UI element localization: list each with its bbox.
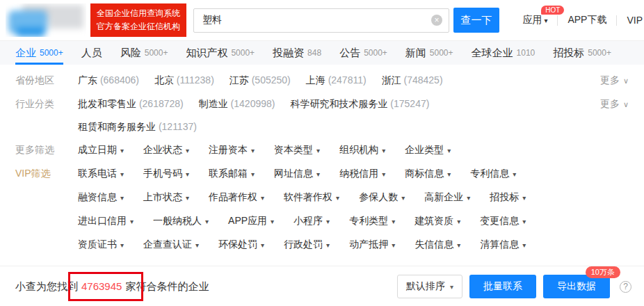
filter-dropdown[interactable]: 注册资本▾	[209, 138, 255, 162]
filter-dropdown[interactable]: 参保人数▾	[359, 186, 405, 209]
help-icon[interactable]: ?	[620, 281, 631, 293]
filter-dropdown[interactable]: 作品著作权▾	[209, 186, 264, 209]
site-logo[interactable]	[6, 3, 86, 37]
results-summary: 小查为您找到4763945家符合条件的企业	[15, 280, 209, 293]
vip-options-row3: 进出口信用▾一般纳税人▾APP应用▾小程序▾专利类型▾建筑资质▾变更信息▾	[78, 209, 629, 233]
caret-down-icon: ▾	[467, 194, 470, 202]
apps-menu[interactable]: 应用▾ HOT	[522, 14, 547, 26]
certification-badge: 全国企业信用查询系统 官方备案企业征信机构	[90, 3, 186, 36]
caret-down-icon: ▾	[392, 241, 395, 249]
filter-dropdown[interactable]: 手机号码▾	[143, 162, 189, 186]
caret-down-icon: ▾	[326, 218, 330, 225]
filter-dropdown[interactable]: 进出口信用▾	[78, 209, 134, 233]
search-button[interactable]: 查一下	[453, 8, 499, 33]
clear-search-icon[interactable]: ×	[431, 15, 442, 26]
tab-新闻[interactable]: 新闻5000+	[405, 41, 453, 65]
filter-dropdown[interactable]: 失信信息▾	[414, 233, 460, 257]
filter-option[interactable]: 浙江 (748425)	[382, 69, 443, 92]
caret-down-icon: ▾	[457, 218, 460, 225]
chevron-down-icon: ▾	[544, 17, 547, 24]
filter-dropdown[interactable]: 软件著作权▾	[284, 186, 339, 209]
tab-公告[interactable]: 公告5000+	[339, 41, 387, 65]
header-links: 应用▾ HOT APP下载 VIP	[522, 14, 644, 26]
industry-more-button[interactable]: 更多∨	[600, 92, 629, 116]
filter-row-vip-4: 资质证书▾企查查认证▾环保处罚▾行政处罚▾动产抵押▾失信信息▾清算信息▾	[15, 233, 629, 257]
filter-dropdown[interactable]: 企业类型▾	[405, 138, 451, 162]
filter-dropdown[interactable]: 成立日期▾	[78, 138, 124, 162]
tab-企业[interactable]: 企业5000+	[15, 41, 63, 65]
filter-dropdown[interactable]: 融资信息▾	[78, 186, 124, 209]
filter-dropdown[interactable]: APP应用▾	[228, 209, 274, 233]
caret-down-icon: ▾	[186, 194, 189, 202]
filter-dropdown[interactable]: 清算信息▾	[480, 233, 526, 257]
filter-option[interactable]: 制造业 (1420998)	[199, 92, 275, 115]
filter-dropdown[interactable]: 资本类型▾	[274, 138, 320, 162]
filter-option[interactable]: 江苏 (505250)	[230, 69, 291, 92]
filter-dropdown[interactable]: 上市状态▾	[143, 186, 189, 209]
chevron-down-icon: ∨	[623, 76, 629, 85]
caret-down-icon: ▾	[251, 170, 255, 178]
search-input[interactable]	[193, 8, 449, 33]
caret-down-icon: ▾	[120, 194, 124, 202]
tab-知识产权[interactable]: 知识产权5000+	[186, 41, 255, 65]
filter-dropdown[interactable]: 资质证书▾	[78, 233, 124, 257]
divider	[557, 15, 558, 26]
caret-down-icon: ▾	[261, 241, 264, 249]
vip-options-row2: 融资信息▾上市状态▾作品著作权▾软件著作权▾参保人数▾高新企业▾招投标▾	[78, 186, 629, 209]
caret-down-icon: ▾	[522, 218, 526, 225]
caret-down-icon: ▾	[336, 194, 339, 202]
filter-dropdown[interactable]: 纳税信用▾	[339, 162, 385, 186]
sort-dropdown[interactable]: 默认排序▾	[397, 275, 462, 298]
certification-badge-line2: 官方备案企业征信机构	[97, 20, 180, 33]
filter-option[interactable]: 广东 (668406)	[78, 69, 139, 92]
search-bar: × 查一下	[193, 8, 499, 33]
batch-contact-button[interactable]: 批量联系	[469, 275, 536, 298]
caret-down-icon: ▾	[522, 241, 526, 249]
filter-dropdown[interactable]: 联系邮箱▾	[209, 162, 255, 186]
filter-panel: 省份地区 广东 (668406)北京 (111238)江苏 (505250)上海…	[0, 65, 644, 259]
filter-dropdown[interactable]: 专利类型▾	[349, 209, 395, 233]
industry-options: 批发和零售业 (2618728)制造业 (1420998)科学研究和技术服务业 …	[78, 92, 600, 115]
filter-option[interactable]: 上海 (247811)	[306, 69, 367, 92]
tab-招投标[interactable]: 招投标5000+	[553, 41, 611, 65]
export-data-button[interactable]: 导出数据	[543, 275, 610, 298]
divider	[616, 15, 617, 26]
filter-dropdown[interactable]: 建筑资质▾	[414, 209, 460, 233]
app-download-link[interactable]: APP下载	[567, 14, 606, 26]
filter-dropdown[interactable]: 环保处罚▾	[218, 233, 264, 257]
filter-option[interactable]: 批发和零售业 (2618728)	[78, 92, 184, 115]
results-prefix: 小查为您找到	[15, 280, 78, 292]
filter-dropdown[interactable]: 行政处罚▾	[284, 233, 330, 257]
caret-down-icon: ▾	[522, 194, 526, 202]
filter-dropdown[interactable]: 动产抵押▾	[349, 233, 395, 257]
filter-dropdown[interactable]: 一般纳税人▾	[153, 209, 209, 233]
caret-down-icon: ▾	[120, 147, 124, 154]
filter-dropdown[interactable]: 商标信息▾	[405, 162, 451, 186]
caret-down-icon: ▾	[130, 218, 134, 225]
more-filters-options: 成立日期▾企业状态▾注册资本▾资本类型▾组织机构▾企业类型▾	[78, 138, 629, 162]
filter-dropdown[interactable]: 招投标▾	[490, 186, 526, 209]
filter-dropdown[interactable]: 专利信息▾	[470, 162, 516, 186]
filter-option[interactable]: 北京 (111238)	[154, 69, 214, 92]
tab-全球企业[interactable]: 全球企业1010	[472, 41, 536, 65]
filter-dropdown[interactable]: 网址信息▾	[274, 162, 320, 186]
filter-dropdown[interactable]: 变更信息▾	[480, 209, 526, 233]
tab-投融资[interactable]: 投融资848	[273, 41, 321, 65]
caret-down-icon: ▾	[195, 241, 199, 249]
filter-option[interactable]: 科学研究和技术服务业 (175247)	[290, 92, 429, 115]
province-more-button[interactable]: 更多∨	[600, 69, 629, 92]
tab-风险[interactable]: 风险5000+	[120, 41, 168, 65]
filter-option[interactable]: 租赁和商务服务业 (121137)	[78, 115, 197, 138]
vip-link[interactable]: VIP	[627, 15, 643, 26]
filter-dropdown[interactable]: 联系电话▾	[78, 162, 124, 186]
caret-down-icon: ▾	[316, 170, 320, 178]
filter-dropdown[interactable]: 小程序▾	[293, 209, 330, 233]
filter-dropdown[interactable]: 企业状态▾	[143, 138, 189, 162]
industry-row-label: 行业分类	[15, 92, 78, 115]
industry-options-line2: 租赁和商务服务业 (121137)	[78, 115, 600, 138]
tab-人员[interactable]: 人员	[81, 41, 102, 65]
filter-dropdown[interactable]: 高新企业▾	[424, 186, 470, 209]
filter-dropdown[interactable]: 企查查认证▾	[143, 233, 199, 257]
caret-down-icon: ▾	[120, 241, 124, 249]
filter-dropdown[interactable]: 组织机构▾	[339, 138, 385, 162]
